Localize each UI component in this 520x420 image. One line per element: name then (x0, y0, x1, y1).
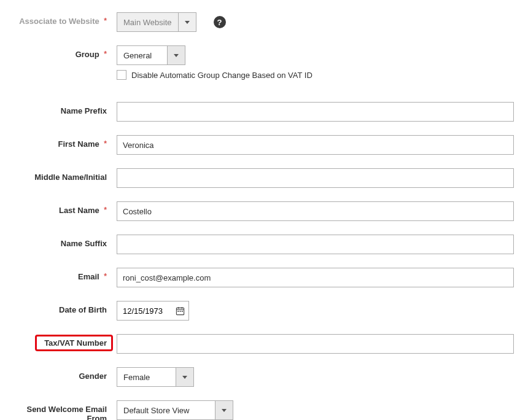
input-email[interactable] (117, 268, 514, 287)
select-group-toggle[interactable] (167, 45, 185, 65)
select-associate-website-value: Main Website (117, 12, 178, 32)
label-dob: Date of Birth (6, 301, 117, 314)
required-star: * (104, 139, 107, 148)
select-associate-website: Main Website (117, 12, 196, 32)
select-welcome-from-toggle[interactable] (215, 400, 233, 420)
select-group-value: General (117, 45, 167, 65)
chevron-down-icon (185, 21, 190, 24)
label-name-prefix: Name Prefix (6, 102, 117, 115)
label-text-middle-name: Middle Name/Initial (34, 173, 107, 182)
input-dob[interactable] (117, 301, 171, 320)
required-star: * (104, 50, 107, 58)
select-associate-website-toggle (178, 12, 196, 32)
required-star: * (104, 17, 107, 25)
svg-rect-5 (179, 311, 180, 312)
row-last-name: Last Name * (6, 201, 514, 221)
label-text-first-name: First Name (58, 139, 99, 149)
calendar-icon (176, 306, 185, 316)
row-tax-vat: Tax/VAT Number (6, 334, 514, 354)
field-name-prefix (117, 102, 514, 122)
field-associate-website: Main Website ? (117, 12, 514, 32)
checkbox-row-disable-auto-group: Disable Automatic Group Change Based on … (117, 69, 312, 80)
label-text-associate-website: Associate to Website (19, 17, 99, 26)
field-tax-vat (117, 334, 514, 354)
select-welcome-from-value: Default Store View (117, 400, 215, 420)
label-text-welcome-from: Send Welcome Email From (26, 405, 107, 420)
label-gender: Gender (6, 367, 117, 381)
svg-rect-4 (177, 311, 179, 312)
label-text-tax-vat: Tax/VAT Number (44, 338, 107, 348)
label-middle-name: Middle Name/Initial (6, 168, 117, 182)
label-associate-website: Associate to Website * (6, 12, 117, 26)
field-first-name (117, 135, 514, 155)
row-name-suffix: Name Suffix (6, 235, 514, 254)
calendar-button[interactable] (171, 301, 188, 320)
field-dob (117, 301, 514, 321)
select-gender-toggle[interactable] (176, 367, 194, 387)
date-wrap-dob (117, 301, 189, 321)
input-middle-name[interactable] (117, 168, 514, 188)
input-name-suffix[interactable] (117, 235, 514, 254)
checkbox-label-disable-auto-group: Disable Automatic Group Change Based on … (131, 71, 312, 80)
field-name-suffix (117, 235, 514, 254)
input-first-name[interactable] (117, 135, 514, 155)
label-last-name: Last Name * (6, 201, 117, 215)
select-welcome-from[interactable]: Default Store View (117, 400, 233, 420)
row-welcome-from: Send Welcome Email From Default Store Vi… (6, 400, 514, 420)
checkbox-disable-auto-group[interactable] (117, 70, 126, 80)
label-email: Email * (6, 268, 117, 281)
input-name-prefix[interactable] (117, 102, 514, 122)
input-last-name[interactable] (117, 201, 514, 221)
row-email: Email * (6, 268, 514, 287)
label-tax-vat: Tax/VAT Number (6, 334, 117, 348)
field-email (117, 268, 514, 287)
field-gender: Female (117, 367, 514, 387)
field-last-name (117, 201, 514, 221)
row-associate-website: Associate to Website * Main Website ? (6, 12, 514, 32)
label-text-gender: Gender (79, 371, 107, 381)
row-gender: Gender Female (6, 367, 514, 387)
label-spacer (6, 69, 117, 73)
row-first-name: First Name * (6, 135, 514, 155)
select-gender-value: Female (117, 367, 176, 387)
chevron-down-icon (174, 54, 179, 57)
required-star: * (104, 272, 107, 281)
label-welcome-from: Send Welcome Email From (6, 400, 117, 420)
label-group: Group * (6, 45, 117, 59)
field-welcome-from: Default Store View (117, 400, 514, 420)
svg-rect-6 (181, 311, 182, 312)
select-group[interactable]: General (117, 45, 185, 65)
label-text-name-suffix: Name Suffix (61, 239, 107, 248)
field-middle-name (117, 168, 514, 188)
label-text-dob: Date of Birth (59, 305, 107, 314)
label-text-name-prefix: Name Prefix (61, 106, 107, 115)
row-dob: Date of Birth (6, 301, 514, 321)
label-text-last-name: Last Name (59, 206, 99, 215)
label-name-suffix: Name Suffix (6, 235, 117, 248)
help-icon[interactable]: ? (214, 16, 226, 28)
select-gender[interactable]: Female (117, 367, 194, 387)
input-tax-vat[interactable] (117, 334, 514, 354)
highlight-box-tax-vat: Tax/VAT Number (44, 338, 107, 348)
label-text-email: Email (78, 272, 99, 281)
field-disable-auto-group: Disable Automatic Group Change Based on … (117, 69, 514, 80)
label-text-group: Group (76, 50, 99, 59)
row-group: Group * General (6, 45, 514, 65)
row-middle-name: Middle Name/Initial (6, 168, 514, 188)
row-name-prefix: Name Prefix (6, 102, 514, 122)
chevron-down-icon (222, 409, 227, 412)
row-disable-auto-group: Disable Automatic Group Change Based on … (6, 69, 514, 88)
chevron-down-icon (182, 376, 187, 379)
label-first-name: First Name * (6, 135, 117, 149)
field-group: General (117, 45, 514, 65)
required-star: * (104, 206, 107, 214)
